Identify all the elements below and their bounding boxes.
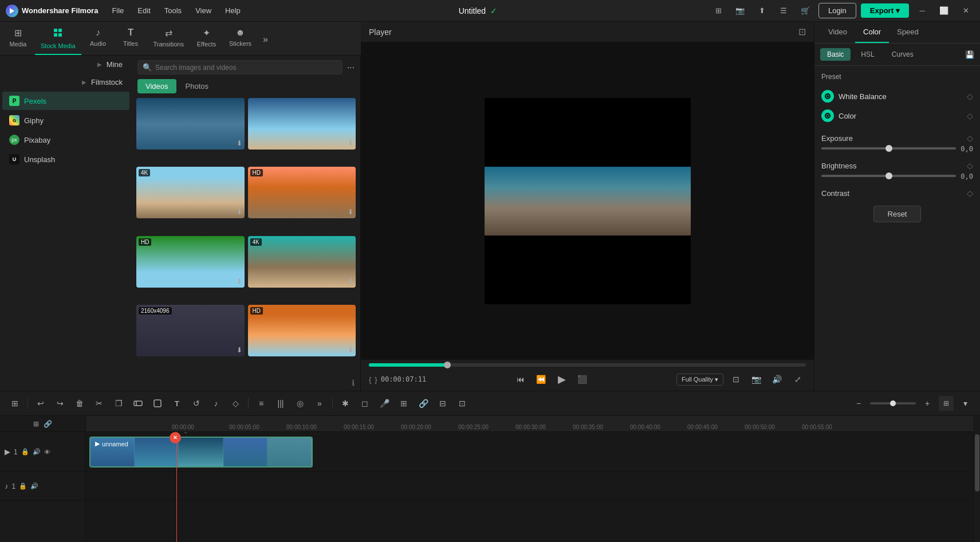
menu-tools[interactable]: Tools: [159, 4, 187, 17]
tab-titles[interactable]: T Titles: [115, 24, 147, 55]
play-button[interactable]: ▶: [554, 371, 570, 387]
more-tabs-button[interactable]: »: [258, 24, 273, 55]
step-back-button[interactable]: ⏪: [533, 371, 549, 387]
snapshot-icon[interactable]: 📷: [731, 2, 749, 19]
tab-video[interactable]: Video: [820, 22, 855, 43]
media-item-2[interactable]: ⬇: [248, 98, 356, 150]
rotate-button[interactable]: ↺: [187, 394, 206, 413]
menu-view[interactable]: View: [190, 4, 217, 17]
download-icon-8[interactable]: ⬇: [348, 346, 353, 354]
download-icon-6[interactable]: ⬇: [348, 277, 353, 285]
audio-button[interactable]: ♪: [207, 394, 225, 413]
adjust-button[interactable]: ≡: [252, 394, 270, 413]
download-icon-4[interactable]: ⬇: [348, 208, 353, 216]
timeline-scrollbar[interactable]: [973, 432, 980, 542]
layout-dropdown-icon[interactable]: ▾: [956, 394, 974, 413]
media-item-3[interactable]: 4K ⬇: [136, 167, 245, 218]
sidebar-item-unsplash[interactable]: U Unsplash: [2, 150, 129, 168]
save-preset-icon[interactable]: 💾: [965, 50, 974, 59]
media-item-8[interactable]: HD ⬇: [248, 305, 356, 356]
sidebar-item-pexels[interactable]: P Pexels: [2, 92, 129, 110]
contrast-keyframe-icon[interactable]: ◇: [967, 188, 973, 198]
snap-icon[interactable]: 🔗: [44, 420, 52, 428]
pip-button[interactable]: ⊡: [453, 394, 471, 413]
progress-bar[interactable]: [369, 363, 806, 367]
screenshot-button[interactable]: 📷: [749, 371, 765, 387]
tab-transitions[interactable]: ⇄ Transitions: [148, 24, 190, 55]
sidebar-item-giphy[interactable]: G Giphy: [2, 111, 129, 129]
volume-icon[interactable]: 🔊: [33, 448, 41, 455]
minimize-button[interactable]: ─: [914, 2, 931, 19]
layout-icon[interactable]: ⊞: [710, 2, 727, 19]
source-tab-photos[interactable]: Photos: [178, 79, 217, 93]
redo-button[interactable]: ↪: [51, 394, 69, 413]
tab-stock-media[interactable]: Stock Media: [35, 24, 81, 55]
eye-icon[interactable]: 👁: [44, 449, 50, 455]
delete-button[interactable]: 🗑: [70, 394, 89, 413]
export-button[interactable]: Export ▾: [861, 3, 909, 18]
cut-button[interactable]: ✂: [90, 394, 108, 413]
tab-media[interactable]: ⊞ Media: [2, 24, 34, 55]
orbit-button[interactable]: ◎: [291, 394, 309, 413]
sub-tab-curves[interactable]: Curves: [885, 48, 920, 61]
grid-view-button[interactable]: ⊞: [6, 394, 24, 413]
tab-stickers[interactable]: ☻ Stickers: [223, 24, 257, 55]
filter-button[interactable]: ◇: [226, 394, 245, 413]
menu-edit[interactable]: Edit: [132, 4, 156, 17]
fullscreen-button[interactable]: ⤢: [790, 371, 806, 387]
layers-button[interactable]: ⊞: [395, 394, 413, 413]
maximize-button[interactable]: ⬜: [935, 2, 953, 19]
login-button[interactable]: Login: [818, 3, 856, 18]
bracket-start[interactable]: {: [369, 375, 371, 384]
color-keyframe-icon[interactable]: ◇: [967, 111, 973, 120]
mic-button[interactable]: 🎤: [375, 394, 393, 413]
exposure-thumb[interactable]: [885, 145, 892, 152]
download-icon-7[interactable]: ⬇: [237, 346, 242, 354]
media-item-4[interactable]: HD ⬇: [248, 167, 356, 218]
more-menu-icon[interactable]: ☰: [775, 2, 792, 19]
motion-button[interactable]: ✱: [336, 394, 355, 413]
beats-button[interactable]: |||: [271, 394, 290, 413]
split-clip-button[interactable]: ⊟: [434, 394, 452, 413]
menu-help[interactable]: Help: [219, 4, 246, 17]
sub-tab-hsl[interactable]: HSL: [854, 48, 881, 61]
volume-button[interactable]: 🔊: [769, 371, 785, 387]
progress-thumb[interactable]: [444, 362, 451, 368]
freeze-button[interactable]: [129, 394, 147, 413]
tab-color[interactable]: Color: [855, 22, 889, 43]
more-tools-button[interactable]: »: [310, 394, 329, 413]
tab-audio[interactable]: ♪ Audio: [82, 24, 114, 55]
download-icon-2[interactable]: ⬇: [348, 139, 353, 147]
sub-tab-basic[interactable]: Basic: [820, 48, 851, 61]
download-icon-5[interactable]: ⬇: [237, 277, 242, 285]
upload-icon[interactable]: ⬆: [753, 2, 770, 19]
media-item-5[interactable]: HD ⬇: [136, 236, 245, 288]
cart-icon[interactable]: 🛒: [797, 2, 814, 19]
brightness-thumb[interactable]: [885, 172, 892, 179]
zoom-out-button[interactable]: −: [849, 394, 868, 413]
search-box[interactable]: 🔍: [137, 60, 343, 74]
color-toggle[interactable]: [821, 109, 834, 122]
rewind-button[interactable]: ⏮: [513, 371, 529, 387]
lock-icon[interactable]: 🔒: [21, 448, 29, 455]
scrollbar-thumb[interactable]: [975, 434, 979, 492]
download-icon-3[interactable]: ⬇: [237, 208, 242, 216]
add-track-icon[interactable]: ⊞: [33, 420, 39, 428]
white-balance-keyframe-icon[interactable]: ◇: [967, 92, 973, 101]
layout-selector-button[interactable]: ⊞: [939, 396, 954, 411]
tab-speed[interactable]: Speed: [889, 22, 927, 43]
audio-volume-icon[interactable]: 🔊: [30, 482, 38, 490]
copy-button[interactable]: ❐: [109, 394, 128, 413]
title-button[interactable]: T: [168, 394, 186, 413]
video-clip[interactable]: ▶ unnamed: [89, 437, 313, 468]
tab-effects[interactable]: ✦ Effects: [191, 24, 222, 55]
picture-in-picture-button[interactable]: ⊡: [728, 371, 744, 387]
zoom-slider[interactable]: [870, 402, 916, 404]
sidebar-item-filmstock[interactable]: ▶ Filmstock: [2, 74, 129, 91]
bracket-end[interactable]: }: [375, 375, 377, 384]
search-input[interactable]: [155, 64, 337, 72]
quality-selector[interactable]: Full Quality ▾: [676, 374, 723, 386]
link-button[interactable]: 🔗: [414, 394, 432, 413]
zoom-thumb[interactable]: [890, 400, 896, 406]
media-item-6[interactable]: 4K ⬇: [248, 236, 356, 288]
